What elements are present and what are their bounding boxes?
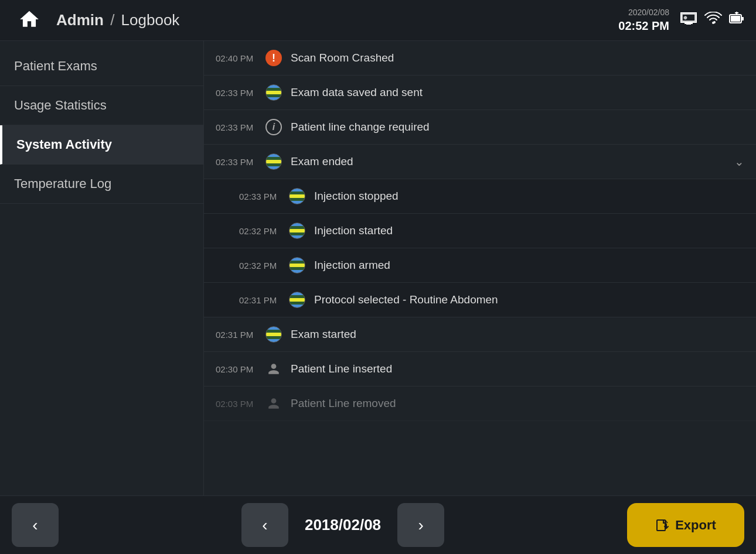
footer: ‹ ‹ 2018/02/08 › Export	[0, 495, 756, 554]
log-text: Injection armed	[314, 259, 744, 272]
info-icon: i	[265, 118, 282, 136]
log-time: 02:30 PM	[216, 364, 257, 374]
log-text: Exam data saved and sent	[291, 86, 744, 99]
header-date: 2020/02/08	[618, 7, 669, 18]
log-text: Scan Room Crashed	[291, 52, 744, 64]
log-text: Exam ended	[291, 155, 726, 168]
expand-icon[interactable]: ⌄	[734, 155, 744, 169]
log-text: Exam started	[291, 328, 744, 341]
next-month-button[interactable]: ›	[397, 503, 444, 547]
datetime: 2020/02/08 02:52 PM	[618, 7, 669, 33]
log-area: 02:40 PM!Scan Room Crashed02:33 PMExam d…	[204, 41, 756, 495]
current-date-label: 2018/02/08	[288, 516, 397, 534]
log-time: 02:31 PM	[239, 295, 280, 305]
previous-month-button[interactable]: ‹	[241, 503, 288, 547]
log-time: 02:03 PM	[216, 399, 257, 409]
export-button[interactable]: Export	[627, 503, 744, 547]
log-text: Injection started	[314, 224, 744, 237]
header: Admin / Logbook 2020/02/08 02:52 PM ⊕	[0, 0, 756, 41]
striped-icon	[288, 291, 306, 309]
log-time: 02:32 PM	[239, 261, 280, 271]
log-time: 02:33 PM	[239, 191, 280, 201]
svg-rect-5	[741, 17, 744, 20]
wifi-icon	[704, 12, 722, 29]
log-entry: 02:03 PMPatient Line removed	[204, 387, 756, 421]
striped-icon	[288, 257, 306, 274]
log-entry: 02:33 PMiPatient line change required	[204, 110, 756, 145]
log-time: 02:32 PM	[239, 226, 280, 236]
next-chevron-icon: ›	[418, 516, 423, 535]
log-entry: 02:31 PMExam started	[204, 317, 756, 352]
striped-icon	[288, 222, 306, 240]
export-label: Export	[675, 518, 716, 533]
striped-icon	[265, 84, 282, 101]
log-text: Patient line change required	[291, 121, 744, 134]
log-entry: 02:33 PMExam data saved and sent	[204, 76, 756, 110]
log-entry: 02:32 PMInjection armed	[204, 248, 756, 283]
log-time: 02:40 PM	[216, 53, 257, 63]
header-time: 02:52 PM	[618, 18, 669, 33]
sidebar: Patient Exams Usage Statistics System Ac…	[0, 41, 204, 495]
back-chevron-icon: ‹	[32, 516, 38, 535]
main-layout: Patient Exams Usage Statistics System Ac…	[0, 41, 756, 495]
home-icon	[18, 8, 40, 33]
breadcrumb-admin: Admin	[56, 11, 104, 29]
export-icon	[655, 518, 669, 532]
log-entry: 02:33 PMInjection stopped	[204, 179, 756, 214]
breadcrumb-separator: /	[110, 11, 114, 29]
battery-icon	[729, 12, 744, 29]
log-time: 02:33 PM	[216, 88, 257, 98]
log-text: Patient Line removed	[291, 397, 744, 410]
log-text: Patient Line inserted	[291, 363, 744, 375]
sidebar-item-system-activity[interactable]: System Activity	[0, 125, 203, 165]
log-time: 02:31 PM	[216, 330, 257, 340]
person-icon	[265, 360, 282, 378]
striped-icon	[265, 326, 282, 343]
back-to-home-button[interactable]	[12, 3, 47, 38]
log-entry: 02:33 PMExam ended⌄	[204, 145, 756, 179]
prev-chevron-icon: ‹	[262, 516, 267, 535]
log-entry: 02:32 PMInjection started	[204, 214, 756, 248]
log-text: Protocol selected - Routine Abdomen	[314, 293, 744, 306]
svg-point-2	[712, 22, 714, 24]
breadcrumb-page: Logbook	[121, 11, 180, 29]
striped-icon	[288, 187, 306, 205]
screen-icon: ⊕	[680, 12, 697, 29]
header-right: 2020/02/08 02:52 PM ⊕	[618, 7, 744, 33]
error-icon: !	[265, 49, 282, 67]
log-entry: 02:40 PM!Scan Room Crashed	[204, 41, 756, 76]
log-time: 02:33 PM	[216, 157, 257, 167]
person-icon	[265, 395, 282, 412]
sidebar-item-temperature-log[interactable]: Temperature Log	[0, 165, 203, 204]
status-icons: ⊕	[680, 12, 744, 29]
sidebar-item-usage-statistics[interactable]: Usage Statistics	[0, 86, 203, 125]
svg-rect-4	[731, 16, 740, 22]
log-entry: 02:31 PMProtocol selected - Routine Abdo…	[204, 283, 756, 317]
sidebar-item-patient-exams[interactable]: Patient Exams	[0, 47, 203, 86]
date-navigation: ‹ 2018/02/08 ›	[67, 503, 619, 547]
log-entry: 02:30 PMPatient Line inserted	[204, 352, 756, 387]
log-text: Injection stopped	[314, 190, 744, 203]
breadcrumb: Admin / Logbook	[56, 11, 179, 29]
back-to-previous-screen-button[interactable]: ‹	[12, 503, 59, 547]
striped-icon	[265, 153, 282, 170]
svg-text:⊕: ⊕	[683, 15, 687, 20]
log-time: 02:33 PM	[216, 122, 257, 132]
